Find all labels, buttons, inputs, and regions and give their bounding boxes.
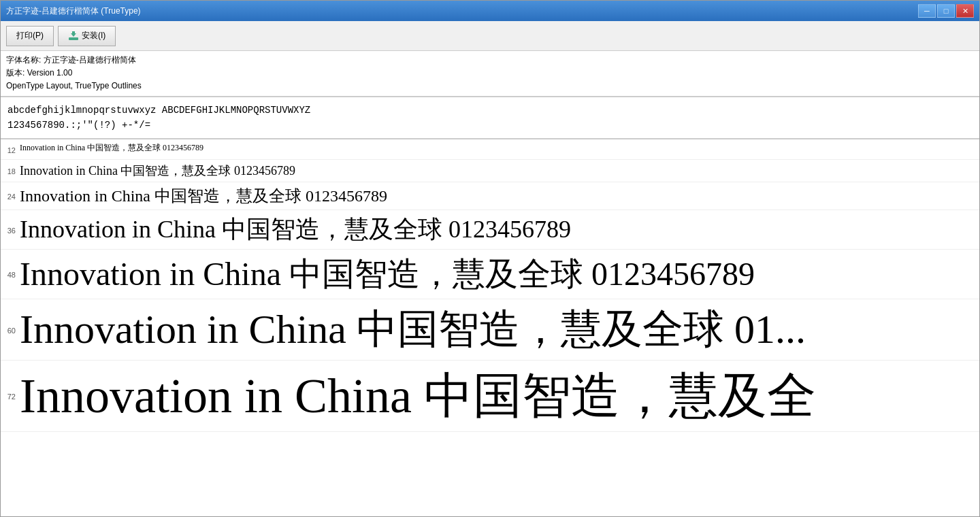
close-button[interactable]: ✕	[956, 4, 974, 18]
title-bar-text: 方正字迹-吕建德行楷简体 (TrueType)	[6, 5, 141, 17]
title-bar-controls: ─ □ ✕	[918, 4, 974, 18]
svg-rect-2	[72, 31, 75, 35]
font-sample-18: Innovation in China 中国智造，慧及全球 0123456789	[20, 163, 295, 179]
size-label-12: 12	[1, 145, 20, 154]
main-window: 方正字迹-吕建德行楷简体 (TrueType) ─ □ ✕ 打印(P) 安装(I…	[0, 0, 980, 517]
font-sample-72: Innovation in China 中国智造，慧及全	[20, 363, 816, 429]
font-sample-24: Innovation in China 中国智造，慧及全球 0123456789	[20, 185, 387, 207]
sample-latin: abcdefghijklmnopqrstuvwxyz ABCDEFGHIJKLM…	[7, 103, 973, 118]
size-label-24: 24	[1, 191, 20, 201]
font-name-line: 字体名称: 方正字迹-吕建德行楷简体	[6, 54, 974, 67]
size-label-36: 36	[1, 225, 20, 235]
content-area[interactable]: 12 Innovation in China 中国智造，慧及全球 0123456…	[1, 139, 979, 516]
minimize-button[interactable]: ─	[918, 4, 936, 18]
font-sample-36: Innovation in China 中国智造，慧及全球 0123456789	[20, 213, 571, 246]
font-row-18: 18 Innovation in China 中国智造，慧及全球 0123456…	[1, 160, 979, 182]
toolbar: 打印(P) 安装(I)	[1, 21, 979, 51]
font-row-24: 24 Innovation in China 中国智造，慧及全球 0123456…	[1, 182, 979, 210]
size-label-60: 60	[1, 325, 20, 335]
info-area: 字体名称: 方正字迹-吕建德行楷简体 版本: Version 1.00 Open…	[1, 51, 979, 97]
font-rows: 12 Innovation in China 中国智造，慧及全球 0123456…	[1, 139, 979, 432]
title-bar: 方正字迹-吕建德行楷简体 (TrueType) ─ □ ✕	[1, 1, 979, 21]
font-sample-12: Innovation in China 中国智造，慧及全球 0123456789	[20, 142, 203, 154]
svg-rect-0	[69, 37, 78, 40]
size-label-48: 48	[1, 269, 20, 279]
sample-area: abcdefghijklmnopqrstuvwxyz ABCDEFGHIJKLM…	[1, 97, 979, 139]
font-row-36: 36 Innovation in China 中国智造，慧及全球 0123456…	[1, 210, 979, 250]
font-row-72: 72 Innovation in China 中国智造，慧及全	[1, 361, 979, 432]
font-row-12: 12 Innovation in China 中国智造，慧及全球 0123456…	[1, 139, 979, 160]
sample-numbers: 1234567890.:;'"(!?) +-*/=	[7, 118, 973, 133]
size-label-18: 18	[1, 166, 20, 176]
font-row-48: 48 Innovation in China 中国智造，慧及全球 0123456…	[1, 250, 979, 299]
install-button[interactable]: 安装(I)	[58, 26, 116, 46]
size-label-72: 72	[1, 391, 20, 401]
version-line: 版本: Version 1.00	[6, 67, 974, 80]
type-line: OpenType Layout, TrueType Outlines	[6, 80, 974, 93]
install-label: 安装(I)	[82, 30, 105, 41]
font-row-60: 60 Innovation in China 中国智造，慧及全球 01...	[1, 299, 979, 361]
print-button[interactable]: 打印(P)	[6, 26, 54, 46]
font-sample-48: Innovation in China 中国智造，慧及全球 0123456789	[20, 252, 755, 296]
install-icon	[68, 31, 79, 41]
maximize-button[interactable]: □	[937, 4, 955, 18]
font-sample-60: Innovation in China 中国智造，慧及全球 01...	[20, 302, 806, 357]
